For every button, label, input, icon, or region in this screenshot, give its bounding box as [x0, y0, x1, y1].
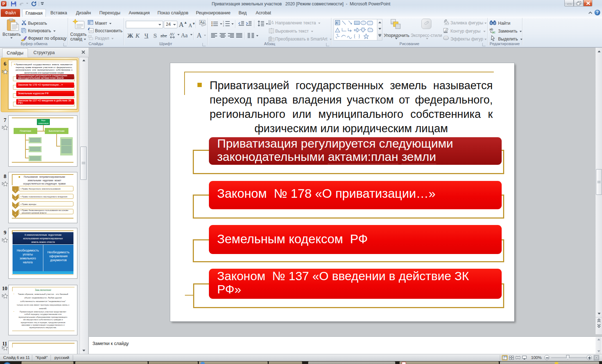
svg-text:ac: ac	[492, 30, 496, 34]
svg-text:3: 3	[223, 25, 224, 27]
svg-text:A: A	[336, 21, 338, 24]
svg-text:A: A	[271, 20, 273, 24]
